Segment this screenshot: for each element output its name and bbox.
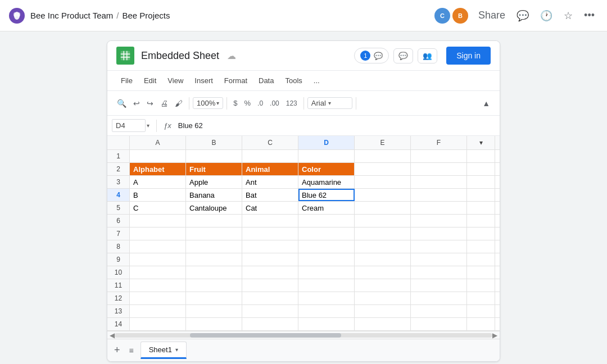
row-num-3[interactable]: 3 <box>107 176 130 188</box>
col-header-d[interactable]: D <box>298 136 355 149</box>
favorite-button[interactable]: ☆ <box>560 6 576 25</box>
cell-ref[interactable]: D4 <box>112 119 146 132</box>
col-header-f[interactable]: F <box>411 136 467 149</box>
menu-data[interactable]: Data <box>254 74 278 87</box>
cell-d5[interactable]: Cream <box>298 202 355 214</box>
cell-c2[interactable]: Animal <box>242 163 298 175</box>
search-button[interactable]: 🔍 <box>114 96 129 111</box>
col-header-c[interactable]: C <box>242 136 298 149</box>
row-num-13[interactable]: 13 <box>107 305 130 317</box>
grid-row-2: 2 Alphabet Fruit Animal Color <box>107 163 500 176</box>
cell-b2[interactable]: Fruit <box>186 163 242 175</box>
row-num-1[interactable]: 1 <box>107 150 130 162</box>
col-header-e[interactable]: E <box>355 136 411 149</box>
cell-e4[interactable] <box>355 189 411 201</box>
project-name[interactable]: Bee Projects <box>122 11 170 20</box>
avatar-b: B <box>452 8 468 24</box>
menu-insert[interactable]: Insert <box>190 74 218 87</box>
row-num-8[interactable]: 8 <box>107 240 130 253</box>
cell-b4[interactable]: Banana <box>186 189 242 201</box>
share-button[interactable]: Share <box>475 6 509 25</box>
undo-button[interactable]: ↩ <box>130 96 143 111</box>
zoom-control[interactable]: 100% ▾ <box>193 97 223 109</box>
cell-c5[interactable]: Cat <box>242 202 298 214</box>
menu-tools[interactable]: Tools <box>280 74 306 87</box>
scroll-thumb[interactable] <box>190 333 341 338</box>
sheet-toolbar: 🔍 ↩ ↪ 🖨 🖌 100% ▾ $ % .0 .00 123 Arial ▾ … <box>107 91 500 116</box>
cell-b5[interactable]: Cantaloupe <box>186 202 242 214</box>
more-formats-button[interactable]: 123 <box>283 97 300 110</box>
row-num-5[interactable]: 5 <box>107 202 130 214</box>
percent-button[interactable]: % <box>241 96 253 110</box>
cell-f5[interactable] <box>411 202 467 214</box>
cell-f2[interactable] <box>411 163 467 175</box>
col-header-b[interactable]: B <box>186 136 242 149</box>
comments-button[interactable]: 💬 <box>513 6 532 25</box>
paint-format-button[interactable]: 🖌 <box>172 96 185 111</box>
menu-view[interactable]: View <box>163 74 188 87</box>
workspace-name[interactable]: Bee Inc Product Team <box>30 11 113 20</box>
sign-in-button[interactable]: Sign in <box>446 47 491 65</box>
cell-b1[interactable] <box>186 150 242 162</box>
cell-a1[interactable] <box>130 150 186 162</box>
cell-c1[interactable] <box>242 150 298 162</box>
font-name: Arial <box>311 99 326 107</box>
cell-b3[interactable]: Apple <box>186 176 242 188</box>
cell-a5[interactable]: C <box>130 202 186 214</box>
row-num-6[interactable]: 6 <box>107 215 130 227</box>
cell-f1[interactable] <box>411 150 467 162</box>
row-num-4[interactable]: 4 <box>107 189 130 201</box>
horizontal-scroll[interactable]: ◀ ▶ <box>107 331 500 339</box>
zoom-value: 100% <box>197 99 215 107</box>
sheet-list-button[interactable]: ≡ <box>127 344 136 357</box>
menu-format[interactable]: Format <box>220 74 252 87</box>
row-num-14[interactable]: 14 <box>107 318 130 330</box>
grid-row-3: 3 A Apple Ant Aquamarine <box>107 176 500 189</box>
cell-a4[interactable]: B <box>130 189 186 201</box>
cell-e3[interactable] <box>355 176 411 188</box>
cell-c3[interactable]: Ant <box>242 176 298 188</box>
menu-edit[interactable]: Edit <box>139 74 161 87</box>
add-people-button[interactable]: 👥 <box>418 48 437 63</box>
menu-file[interactable]: File <box>116 74 137 87</box>
redo-button[interactable]: ↪ <box>144 96 156 111</box>
row-num-11[interactable]: 11 <box>107 279 130 292</box>
row-num-12[interactable]: 12 <box>107 292 130 304</box>
cell-d1[interactable] <box>298 150 355 162</box>
cell-e1[interactable] <box>355 150 411 162</box>
expand-button[interactable]: ▲ <box>479 96 493 111</box>
sheet-tab-1[interactable]: Sheet1 ▾ <box>141 342 187 359</box>
add-sheet-button[interactable]: + <box>112 342 123 358</box>
cell-a2[interactable]: Alphabet <box>130 163 186 175</box>
cell-d2[interactable]: Color <box>298 163 355 175</box>
dollar-button[interactable]: $ <box>230 96 240 110</box>
comment-count-button[interactable]: 1 💬 <box>354 48 389 63</box>
col-header-extra: ▾ <box>467 136 495 149</box>
more-button[interactable]: ••• <box>581 6 598 25</box>
col-header-a[interactable]: A <box>130 136 186 149</box>
row-num-2[interactable]: 2 <box>107 163 130 175</box>
row-num-10[interactable]: 10 <box>107 266 130 279</box>
cell-e5[interactable] <box>355 202 411 214</box>
cell-e2[interactable] <box>355 163 411 175</box>
decimal-up-button[interactable]: .00 <box>267 97 282 110</box>
cell-d4[interactable]: Blue 62 <box>298 189 355 201</box>
decimal-down-button[interactable]: .0 <box>255 97 266 110</box>
cell-d3[interactable]: Aquamarine <box>298 176 355 188</box>
font-selector[interactable]: Arial ▾ <box>307 97 352 109</box>
scroll-left-arrow[interactable]: ◀ <box>110 331 115 339</box>
formula-sep <box>156 120 157 132</box>
chat-button[interactable]: 💬 <box>393 48 413 63</box>
cell-f3[interactable] <box>411 176 467 188</box>
cell-f4[interactable] <box>411 189 467 201</box>
row-num-9[interactable]: 9 <box>107 253 130 266</box>
cell-a3[interactable]: A <box>130 176 186 188</box>
print-button[interactable]: 🖨 <box>157 96 171 111</box>
history-button[interactable]: 🕐 <box>537 6 556 25</box>
cell-c4[interactable]: Bat <box>242 189 298 201</box>
avatar-group: C B <box>434 8 468 24</box>
scroll-right-arrow[interactable]: ▶ <box>492 331 497 339</box>
scroll-track[interactable] <box>115 333 492 338</box>
menu-more[interactable]: ... <box>309 74 324 87</box>
row-num-7[interactable]: 7 <box>107 228 130 240</box>
